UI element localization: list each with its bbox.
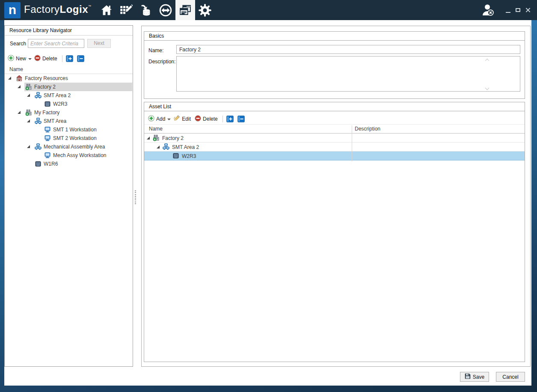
tree-item[interactable]: SMT Area	[5, 117, 133, 125]
tree-item[interactable]: My Factory	[5, 108, 133, 117]
minimize-button[interactable]	[503, 0, 513, 20]
column-divider	[352, 125, 352, 161]
area-icon	[163, 143, 169, 150]
expand-all-button[interactable]	[66, 55, 73, 62]
tree-item-label: W2R3	[53, 101, 67, 107]
asset-row[interactable]: W2R3	[144, 151, 525, 160]
column-name: Name	[149, 126, 163, 132]
nav-materials-icon[interactable]	[136, 0, 156, 20]
collapse-all-button[interactable]	[77, 55, 84, 62]
trademark: ™	[88, 5, 92, 8]
machine-icon	[172, 152, 179, 159]
tree-item[interactable]: W1R6	[5, 160, 133, 168]
resource-library-navigator: Resource Library Navigator Search Next N…	[4, 25, 133, 367]
tree-item[interactable]: SMT 1 Workstation	[5, 125, 133, 134]
tree-item[interactable]: Factory 2	[5, 83, 133, 91]
new-button[interactable]: New	[8, 55, 34, 62]
expander-icon[interactable]	[27, 94, 30, 97]
delete-button[interactable]: Delete	[195, 115, 219, 123]
asset-row-name: Factory 2	[162, 135, 184, 141]
collapse-all-button[interactable]	[237, 116, 245, 122]
asset-toolbar: Add Edit Delete	[144, 113, 525, 125]
next-button[interactable]: Next	[87, 39, 111, 48]
asset-list-group: Asset List Add Edit Delete	[144, 102, 525, 362]
save-disk-icon	[465, 373, 471, 380]
name-field[interactable]	[176, 45, 520, 54]
asset-row[interactable]: Factory 2	[144, 134, 525, 143]
nav-resources-icon[interactable]	[175, 0, 195, 20]
edit-button[interactable]: Edit	[173, 115, 192, 123]
nav-design-icon[interactable]	[116, 0, 136, 20]
search-label: Search	[10, 41, 26, 47]
tree-item-label: SMT Area	[44, 118, 66, 124]
workstation-icon	[44, 126, 51, 133]
panel-splitter[interactable]	[135, 190, 136, 204]
chevron-down-icon	[28, 58, 32, 60]
tree-item-label: Mech Assy Workstation	[53, 152, 107, 158]
detail-panel: Basics Name: Description: Asset List Add	[141, 26, 531, 367]
tree-item-label: SMT 1 Workstation	[53, 127, 97, 133]
asset-list-title: Asset List	[144, 102, 525, 111]
brand-light: Factory	[24, 3, 60, 15]
app-window: n FactoryLogix™ Resource Library Navigat…	[0, 0, 537, 392]
tree-item[interactable]: W2R3	[5, 100, 133, 108]
expander-icon[interactable]	[8, 77, 11, 80]
tree-item-label: My Factory	[34, 110, 59, 116]
tree-column-header: Name	[5, 65, 133, 74]
description-label: Description:	[148, 59, 175, 65]
workstation-icon	[44, 135, 51, 142]
expander-icon[interactable]	[18, 85, 21, 88]
maximize-button[interactable]	[513, 0, 523, 20]
add-button[interactable]: Add	[148, 115, 173, 123]
factory-icon	[153, 134, 160, 141]
nav-sync-icon[interactable]	[156, 0, 175, 20]
add-circle-icon	[8, 55, 14, 62]
tree-item[interactable]: SMT Area 2	[5, 91, 133, 100]
tree-item-label: Factory Resources	[25, 75, 68, 81]
description-field[interactable]	[176, 56, 520, 92]
expander-icon[interactable]	[18, 111, 21, 114]
content-area: Resource Library Navigator Search Next N…	[4, 20, 531, 386]
tree-item-label: SMT Area 2	[44, 92, 71, 98]
delete-button[interactable]: Delete	[34, 55, 59, 62]
factory-icon	[25, 109, 32, 116]
factory-icon	[25, 83, 32, 90]
tree-item[interactable]: SMT 2 Workstation	[5, 134, 133, 143]
cancel-button[interactable]: Cancel	[496, 372, 525, 382]
search-input[interactable]	[28, 39, 84, 48]
pencil-icon	[173, 115, 180, 123]
area-icon	[35, 143, 42, 150]
tree-item[interactable]: Factory Resources	[5, 74, 133, 83]
navigator-toolbar: New Delete	[5, 53, 133, 64]
expand-all-button[interactable]	[226, 116, 234, 122]
toolbar-separator	[62, 55, 62, 62]
asset-row[interactable]: SMT Area 2	[144, 143, 525, 151]
user-logout-icon[interactable]	[481, 3, 495, 17]
area-icon	[35, 92, 42, 99]
tree-item[interactable]: Mech Assy Workstation	[5, 151, 133, 160]
expander-icon[interactable]	[147, 137, 150, 140]
topbar-icon-tiles	[97, 0, 215, 20]
area-icon	[35, 118, 42, 125]
expander-icon[interactable]	[157, 146, 160, 148]
basics-group: Basics Name: Description:	[144, 31, 525, 99]
remove-circle-icon	[195, 115, 201, 123]
nav-home-icon[interactable]	[97, 0, 116, 20]
workstation-icon	[44, 152, 51, 159]
tree-item-label: W1R6	[44, 161, 58, 167]
machine-icon	[44, 101, 51, 107]
tree-item-label: Factory 2	[34, 84, 56, 90]
close-button[interactable]	[523, 0, 533, 20]
expander-icon[interactable]	[27, 119, 30, 122]
nav-settings-icon[interactable]	[195, 0, 215, 20]
navigator-tree: Factory ResourcesFactory 2SMT Area 2W2R3…	[5, 74, 133, 168]
asset-column-headers: Name Description	[144, 125, 525, 134]
tree-item[interactable]: Mechanical Assembly Area	[5, 143, 133, 151]
save-button[interactable]: Save	[460, 372, 489, 382]
expander-icon[interactable]	[27, 145, 30, 148]
search-row: Search Next	[5, 36, 133, 53]
toolbar-separator	[223, 116, 223, 122]
name-label: Name:	[148, 48, 163, 53]
brand-bold: Logix	[60, 3, 89, 15]
title-bar: n FactoryLogix™	[0, 0, 537, 20]
